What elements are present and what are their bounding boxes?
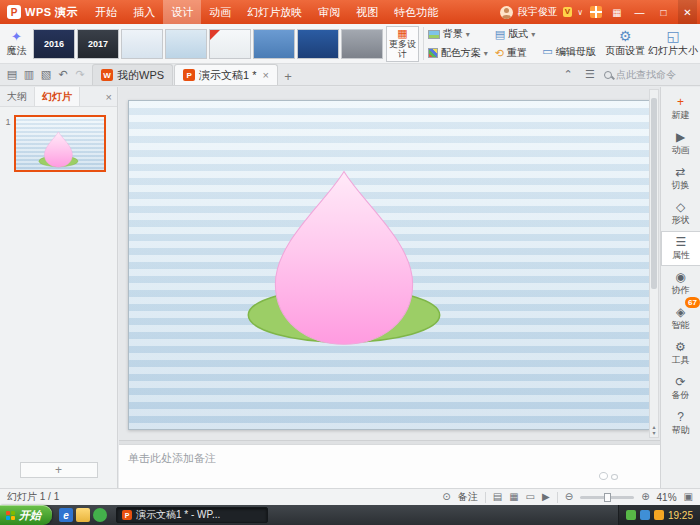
scrollbar-thumb[interactable] bbox=[651, 98, 657, 289]
sidebar-item-shapes[interactable]: ◇ 形状 bbox=[661, 196, 700, 231]
sidebar-item-smart[interactable]: 67 ◈ 智能 bbox=[661, 301, 700, 336]
page-setup-button[interactable]: ⚙ 页面设置 bbox=[603, 25, 648, 63]
zoom-out-icon[interactable]: ⊖ bbox=[565, 492, 573, 502]
save-icon[interactable]: ▤ bbox=[4, 68, 20, 81]
notes-decoration bbox=[599, 472, 618, 480]
slides-tab[interactable]: 幻灯片 bbox=[34, 87, 80, 106]
slides-panel-header: 大纲 幻灯片 × bbox=[0, 87, 117, 107]
gift-icon[interactable] bbox=[588, 5, 604, 19]
slide-canvas-area: ▴ ▾ bbox=[119, 87, 660, 440]
messenger-icon[interactable] bbox=[93, 508, 107, 522]
maximize-button[interactable]: □ bbox=[654, 0, 673, 24]
slides-panel: 大纲 幻灯片 × 1 + bbox=[0, 87, 118, 488]
sidebar-item-tools[interactable]: ⚙ 工具 bbox=[661, 336, 700, 371]
tab-presentation-1[interactable]: P 演示文稿1 * × bbox=[174, 64, 278, 85]
template-thumbnail[interactable]: 2017 bbox=[77, 29, 119, 59]
outline-tab[interactable]: 大纲 bbox=[0, 87, 34, 106]
chevron-down-icon: ▾ bbox=[466, 30, 470, 39]
slide-size-button[interactable]: ◱ 幻灯片大小 bbox=[648, 25, 698, 63]
slide-1-thumbnail[interactable] bbox=[14, 115, 106, 172]
ie-icon[interactable]: e bbox=[59, 508, 73, 522]
menu-tab-features[interactable]: 特色功能 bbox=[386, 0, 446, 24]
tab-my-wps[interactable]: W 我的WPS bbox=[92, 64, 173, 85]
design-template-gallery: 2016 2017 bbox=[33, 29, 383, 59]
folder-icon[interactable] bbox=[76, 508, 90, 522]
add-slide-button[interactable]: + bbox=[20, 462, 98, 478]
template-thumbnail[interactable] bbox=[341, 29, 383, 59]
master-group: ▭ 编辑母版 bbox=[542, 29, 595, 59]
record-icon[interactable]: ⊙ bbox=[442, 492, 450, 502]
menu-tab-design[interactable]: 设计 bbox=[163, 0, 201, 24]
menu-tab-review[interactable]: 审阅 bbox=[310, 0, 348, 24]
sidebar-item-transition[interactable]: ⇄ 切换 bbox=[661, 161, 700, 196]
fit-slide-icon[interactable]: ▣ bbox=[684, 492, 693, 502]
panel-close-icon[interactable]: × bbox=[101, 91, 117, 103]
sidebar-label: 新建 bbox=[672, 109, 690, 122]
slide-editing-surface[interactable] bbox=[128, 100, 650, 430]
sidebar-item-collaborate[interactable]: ◉ 协作 bbox=[661, 266, 700, 301]
scroll-down-icon[interactable]: ▾ bbox=[652, 430, 655, 437]
notes-area[interactable]: 单击此处添加备注 bbox=[119, 444, 660, 488]
tray-clock[interactable]: 19:25 bbox=[668, 510, 693, 521]
more-designs-button[interactable]: ▦ 更多设计 bbox=[386, 26, 419, 62]
normal-view-icon[interactable]: ▤ bbox=[493, 492, 502, 502]
reset-label: 重置 bbox=[507, 46, 527, 60]
menu-tab-home[interactable]: 开始 bbox=[87, 0, 125, 24]
template-thumbnail[interactable] bbox=[297, 29, 339, 59]
tab-close-icon[interactable]: × bbox=[263, 69, 269, 81]
menu-tab-view[interactable]: 视图 bbox=[348, 0, 386, 24]
user-avatar[interactable] bbox=[500, 6, 513, 19]
peach-thumbnail-graphic bbox=[32, 129, 85, 171]
user-name[interactable]: 段宇俊亚 bbox=[518, 5, 558, 19]
peach-graphic[interactable] bbox=[219, 157, 469, 365]
start-button[interactable]: 开始 bbox=[0, 505, 52, 525]
apps-grid-icon[interactable]: ▦ bbox=[609, 5, 625, 19]
close-button[interactable]: ✕ bbox=[678, 0, 697, 24]
notes-toggle[interactable]: 备注 bbox=[458, 490, 478, 504]
layout-button[interactable]: ▤ 版式 ▾ bbox=[495, 27, 535, 41]
collapse-ribbon-icon[interactable]: ⌃ bbox=[560, 68, 576, 81]
magic-button[interactable]: ✦ 魔法 bbox=[2, 25, 31, 62]
print-icon[interactable]: ▧ bbox=[38, 68, 54, 81]
template-thumbnail[interactable] bbox=[209, 29, 251, 59]
reset-button[interactable]: ⟲ 重置 bbox=[495, 46, 535, 60]
new-tab-button[interactable]: + bbox=[279, 67, 297, 85]
template-thumbnail[interactable] bbox=[165, 29, 207, 59]
menu-tab-slideshow[interactable]: 幻灯片放映 bbox=[239, 0, 310, 24]
tray-icon-antivirus[interactable] bbox=[626, 510, 636, 520]
minimize-button[interactable]: — bbox=[630, 0, 649, 24]
user-dropdown-icon[interactable]: ∨ bbox=[577, 8, 583, 17]
zoom-slider[interactable] bbox=[580, 496, 634, 499]
redo-icon[interactable]: ↷ bbox=[72, 68, 88, 81]
zoom-percent[interactable]: 41% bbox=[657, 492, 677, 503]
template-thumbnail[interactable]: 2016 bbox=[33, 29, 75, 59]
reading-view-icon[interactable]: ▭ bbox=[526, 492, 535, 502]
sidebar-item-animation[interactable]: ▶ 动画 bbox=[661, 126, 700, 161]
zoom-slider-knob[interactable] bbox=[604, 493, 611, 502]
slideshow-icon[interactable]: ▶ bbox=[542, 492, 550, 502]
sidebar-item-help[interactable]: ? 帮助 bbox=[661, 406, 700, 441]
open-icon[interactable]: ▥ bbox=[21, 68, 37, 81]
window-menu-icon[interactable]: ☰ bbox=[582, 68, 598, 81]
zoom-in-icon[interactable]: ⊕ bbox=[641, 492, 649, 502]
sidebar-item-backup[interactable]: ⟳ 备份 bbox=[661, 371, 700, 406]
tray-icon-network[interactable] bbox=[640, 510, 650, 520]
background-button[interactable]: 背景 ▾ bbox=[428, 27, 488, 41]
template-label: 2016 bbox=[44, 39, 64, 49]
taskbar-task-button[interactable]: P 演示文稿1 * - WP... bbox=[116, 507, 268, 523]
tabbar-right: ⌃ ☰ bbox=[560, 68, 700, 81]
undo-icon[interactable]: ↶ bbox=[55, 68, 71, 81]
search-input[interactable] bbox=[616, 69, 694, 80]
template-thumbnail[interactable] bbox=[253, 29, 295, 59]
edit-master-button[interactable]: ▭ 编辑母版 bbox=[542, 45, 595, 59]
menu-tab-animation[interactable]: 动画 bbox=[201, 0, 239, 24]
sidebar-item-new[interactable]: + 新建 bbox=[661, 91, 700, 126]
tray-icon-update[interactable] bbox=[654, 510, 664, 520]
sidebar-item-properties[interactable]: ☰ 属性 bbox=[661, 231, 700, 266]
slide-sorter-icon[interactable]: ▦ bbox=[509, 492, 518, 502]
color-scheme-button[interactable]: 配色方案 ▾ bbox=[428, 46, 488, 60]
template-thumbnail[interactable] bbox=[121, 29, 163, 59]
menu-tab-insert[interactable]: 插入 bbox=[125, 0, 163, 24]
scroll-up-icon[interactable]: ▴ bbox=[652, 424, 655, 431]
vertical-scrollbar[interactable]: ▴ ▾ bbox=[649, 89, 659, 438]
